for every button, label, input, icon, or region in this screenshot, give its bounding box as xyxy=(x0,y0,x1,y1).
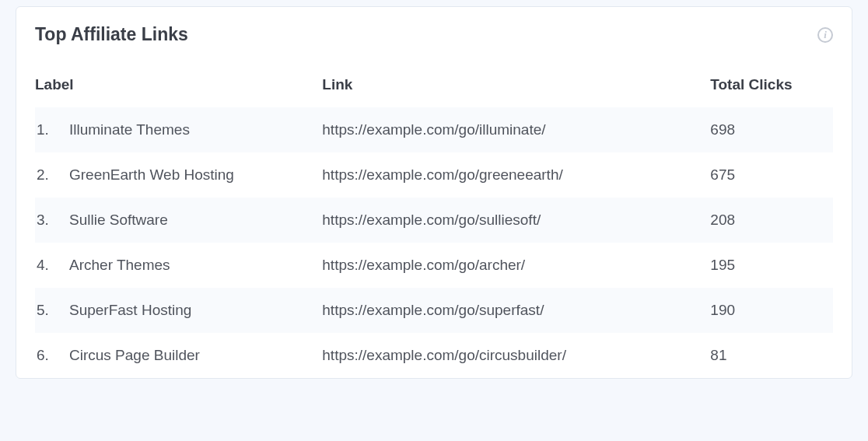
card-header: Top Affiliate Links i xyxy=(35,24,833,45)
info-icon[interactable]: i xyxy=(817,27,833,43)
cell-label: 4.Archer Themes xyxy=(35,257,322,274)
row-label: SuperFast Hosting xyxy=(69,302,322,319)
column-header-link: Link xyxy=(322,76,710,93)
row-number: 4. xyxy=(35,257,69,274)
card-title: Top Affiliate Links xyxy=(35,24,188,45)
table-row: 3.Sullie Softwarehttps://example.com/go/… xyxy=(35,198,833,243)
cell-link: https://example.com/go/sulliesoft/ xyxy=(322,212,710,229)
row-number: 6. xyxy=(35,347,69,364)
affiliate-links-table: Label Link Total Clicks 1.Illuminate The… xyxy=(35,65,833,378)
row-number: 5. xyxy=(35,302,69,319)
cell-clicks: 190 xyxy=(710,302,833,319)
row-label: GreenEarth Web Hosting xyxy=(69,166,322,184)
row-label: Illuminate Themes xyxy=(69,121,322,138)
table-row: 1.Illuminate Themeshttps://example.com/g… xyxy=(35,107,833,152)
row-number: 1. xyxy=(35,121,69,138)
column-header-label: Label xyxy=(35,76,322,93)
table-row: 2.GreenEarth Web Hostinghttps://example.… xyxy=(35,152,833,198)
cell-link: https://example.com/go/greeneearth/ xyxy=(322,166,710,184)
table-header: Label Link Total Clicks xyxy=(35,65,833,107)
table-row: 5.SuperFast Hostinghttps://example.com/g… xyxy=(35,288,833,333)
table-body: 1.Illuminate Themeshttps://example.com/g… xyxy=(35,107,833,378)
cell-link: https://example.com/go/archer/ xyxy=(322,257,710,274)
row-number: 2. xyxy=(35,166,69,184)
cell-clicks: 81 xyxy=(710,347,833,364)
cell-clicks: 195 xyxy=(710,257,833,274)
cell-link: https://example.com/go/circusbuilder/ xyxy=(322,347,710,364)
cell-label: 2.GreenEarth Web Hosting xyxy=(35,166,322,184)
cell-label: 6.Circus Page Builder xyxy=(35,347,322,364)
cell-link: https://example.com/go/superfast/ xyxy=(322,302,710,319)
row-label: Archer Themes xyxy=(69,257,322,274)
table-row: 6.Circus Page Builderhttps://example.com… xyxy=(35,333,833,378)
cell-label: 5.SuperFast Hosting xyxy=(35,302,322,319)
table-row: 4.Archer Themeshttps://example.com/go/ar… xyxy=(35,243,833,288)
row-label: Sullie Software xyxy=(69,212,322,229)
row-number: 3. xyxy=(35,212,69,229)
row-label: Circus Page Builder xyxy=(69,347,322,364)
column-header-clicks: Total Clicks xyxy=(710,76,833,93)
cell-clicks: 698 xyxy=(710,121,833,138)
top-affiliate-links-card: Top Affiliate Links i Label Link Total C… xyxy=(16,6,852,379)
cell-clicks: 675 xyxy=(710,166,833,184)
cell-link: https://example.com/go/illuminate/ xyxy=(322,121,710,138)
cell-label: 3.Sullie Software xyxy=(35,212,322,229)
cell-label: 1.Illuminate Themes xyxy=(35,121,322,138)
cell-clicks: 208 xyxy=(710,212,833,229)
